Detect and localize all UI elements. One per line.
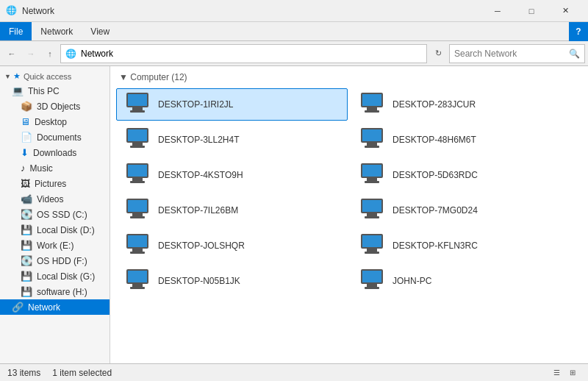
up-button[interactable]: ↑ — [41, 44, 59, 63]
computer-item-desktop-48h6m6t[interactable]: DESKTOP-48H6M6T — [351, 124, 582, 156]
videos-icon: 📹 — [21, 193, 32, 204]
address-bar: ← → ↑ 🌐 Network ↻ 🔍 — [0, 41, 588, 66]
main-layout: ▼ ★ Quick access 💻 This PC 📦 3D Objects … — [0, 66, 588, 363]
pictures-icon: 🖼 — [21, 178, 30, 189]
sidebar-item-label: This PC — [28, 86, 60, 96]
computer-icon — [123, 128, 152, 152]
computer-icon — [357, 128, 387, 152]
local-disk-g-icon: 💾 — [21, 271, 32, 282]
section-chevron: ▼ — [119, 72, 130, 82]
view-icons-button[interactable]: ⊞ — [564, 365, 581, 381]
status-bar: 13 items 1 item selected ☰ ⊞ — [0, 363, 588, 381]
desktop-icon: 🖥 — [21, 116, 30, 127]
computer-icon — [357, 234, 387, 257]
computer-item-desktop-jolshqr[interactable]: DESKTOP-JOLSHQR — [116, 229, 348, 262]
computer-label: JOHN-PC — [392, 276, 431, 286]
sidebar-item-music[interactable]: ♪ Music — [0, 160, 110, 176]
selected-count: 1 item selected — [52, 368, 112, 378]
section-header: ▼ Computer (12) — [116, 72, 582, 82]
forward-button[interactable]: → — [22, 44, 40, 63]
sidebar-item-label: OS HDD (F:) — [37, 256, 87, 266]
tab-view[interactable]: View — [82, 22, 118, 40]
sidebar-item-os-ssd[interactable]: 💽 OS SSD (C:) — [0, 207, 110, 222]
search-box[interactable]: 🔍 — [449, 44, 585, 63]
path-text: Network — [81, 49, 113, 59]
sidebar-item-desktop[interactable]: 🖥 Desktop — [0, 114, 110, 129]
sidebar-item-network[interactable]: 🔗 Network — [0, 299, 110, 315]
sidebar-item-label: Videos — [37, 194, 63, 204]
computer-item-desktop-4ksto9h[interactable]: DESKTOP-4KSTO9H — [116, 159, 348, 191]
window-controls: ─ □ ✕ — [481, 0, 582, 22]
sidebar-item-label: Local Disk (D:) — [37, 225, 95, 235]
sidebar-item-label: Network — [28, 302, 60, 313]
sidebar-item-local-disk-d[interactable]: 💾 Local Disk (D:) — [0, 222, 110, 238]
music-icon: ♪ — [21, 163, 26, 174]
sidebar-item-3d-objects[interactable]: 📦 3D Objects — [0, 99, 110, 114]
sidebar-item-videos[interactable]: 📹 Videos — [0, 191, 110, 207]
tab-file[interactable]: File — [0, 22, 32, 40]
computer-item-john-pc[interactable]: JOHN-PC — [351, 265, 582, 297]
computer-item-desktop-kfln3rc[interactable]: DESKTOP-KFLN3RC — [351, 229, 582, 262]
computer-label: DESKTOP-4KSTO9H — [158, 170, 243, 180]
section-label: Computer (12) — [130, 72, 187, 82]
view-details-button[interactable]: ☰ — [548, 365, 564, 381]
computer-icon — [123, 199, 152, 222]
status-info: 13 items 1 item selected — [7, 368, 112, 378]
back-button[interactable]: ← — [3, 44, 21, 63]
computer-item-desktop-283jcur[interactable]: DESKTOP-283JCUR — [351, 88, 582, 121]
computer-item-desktop-3ll2h4t[interactable]: DESKTOP-3LL2H4T — [116, 124, 348, 156]
sidebar-item-documents[interactable]: 📄 Documents — [0, 129, 110, 145]
close-button[interactable]: ✕ — [548, 0, 582, 22]
computer-item-desktop-n05b1jk[interactable]: DESKTOP-N05B1JK — [116, 265, 348, 297]
address-path[interactable]: 🌐 Network — [60, 44, 427, 63]
sidebar-item-this-pc[interactable]: 💻 This PC — [0, 83, 110, 99]
documents-icon: 📄 — [21, 132, 32, 143]
quick-access-header[interactable]: ▼ ★ Quick access — [0, 69, 110, 83]
os-ssd-icon: 💽 — [21, 209, 32, 220]
sidebar-item-label: Music — [30, 163, 53, 174]
computer-icon — [123, 93, 152, 116]
downloads-icon: ⬇ — [21, 147, 29, 158]
computer-label: DESKTOP-7MG0D24 — [392, 205, 478, 216]
computer-label: DESKTOP-283JCUR — [392, 99, 476, 110]
quick-access-chevron: ▼ — [4, 73, 11, 80]
sidebar-item-os-hdd-f[interactable]: 💽 OS HDD (F:) — [0, 253, 110, 268]
sidebar-item-local-disk-g[interactable]: 💾 Local Disk (G:) — [0, 268, 110, 284]
network-icon: 🔗 — [12, 302, 24, 313]
local-disk-d-icon: 💾 — [21, 224, 32, 235]
computer-icon — [357, 269, 387, 293]
minimize-button[interactable]: ─ — [481, 0, 514, 22]
window-title: Network — [22, 6, 481, 16]
sidebar-item-label: Pictures — [35, 179, 66, 189]
computer-item-desktop-1iri2jl[interactable]: DESKTOP-1IRI2JL — [116, 88, 348, 121]
refresh-button[interactable]: ↻ — [429, 44, 448, 63]
sidebar-item-label: 3D Objects — [37, 102, 80, 112]
software-h-icon: 💾 — [21, 286, 32, 297]
sidebar-item-label: Documents — [37, 132, 82, 143]
computer-icon — [123, 269, 152, 293]
sidebar-item-work-e[interactable]: 💾 Work (E:) — [0, 238, 110, 253]
maximize-button[interactable]: □ — [514, 0, 548, 22]
computer-item-desktop-7il26bm[interactable]: DESKTOP-7IL26BM — [116, 194, 348, 227]
ribbon: File Network View ? — [0, 22, 588, 41]
sidebar-item-label: Local Disk (G:) — [37, 271, 95, 282]
window-icon: 🌐 — [6, 5, 18, 17]
computer-label: DESKTOP-7IL26BM — [158, 205, 238, 216]
this-pc-icon: 💻 — [12, 85, 24, 96]
computer-icon — [123, 234, 152, 257]
computer-label: DESKTOP-3LL2H4T — [158, 135, 240, 145]
computer-grid: DESKTOP-1IRI2JL DESKTOP-283JCUR DESKTOP-… — [116, 88, 582, 297]
computer-item-desktop-5d63rdc[interactable]: DESKTOP-5D63RDC — [351, 159, 582, 191]
sidebar-item-downloads[interactable]: ⬇ Downloads — [0, 145, 110, 160]
os-hdd-f-icon: 💽 — [21, 255, 32, 266]
tab-network[interactable]: Network — [32, 22, 82, 40]
path-network-icon: 🌐 — [65, 49, 76, 59]
view-buttons: ☰ ⊞ — [548, 365, 581, 381]
help-button[interactable]: ? — [569, 22, 588, 41]
sidebar-item-pictures[interactable]: 🖼 Pictures — [0, 176, 110, 191]
sidebar-item-label: Work (E:) — [37, 241, 74, 251]
search-input[interactable] — [454, 49, 569, 59]
sidebar-item-label: Desktop — [35, 117, 67, 127]
sidebar-item-software-h[interactable]: 💾 software (H:) — [0, 284, 110, 299]
computer-item-desktop-7mg0d24[interactable]: DESKTOP-7MG0D24 — [351, 194, 582, 227]
